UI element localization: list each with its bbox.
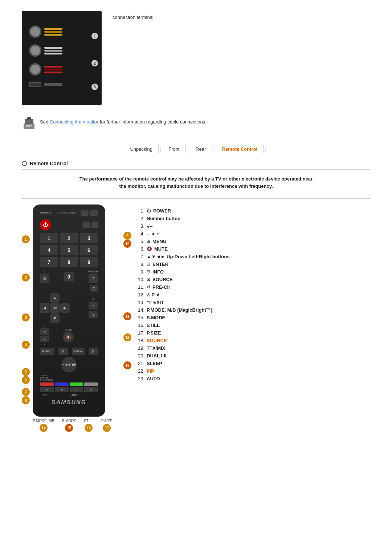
small-icon-btn[interactable]: ⊡ xyxy=(90,285,98,292)
mute-btn[interactable]: 🔇 xyxy=(63,332,74,343)
bullet-icon xyxy=(22,161,27,166)
small-sq-btn2[interactable]: ⊟ xyxy=(58,348,68,355)
list-item: 12. ∧ P ∨ xyxy=(134,292,370,297)
enter-center[interactable]: OK xyxy=(50,303,60,313)
remote-icon-a[interactable] xyxy=(83,222,90,228)
warning-box: The performance of the remote control ma… xyxy=(22,175,370,190)
divider xyxy=(22,169,370,170)
numpad: 1 2 3 4 5 6 7 8 9 xyxy=(40,233,98,267)
list-item: 17. P.SIZE xyxy=(134,330,370,336)
btn-8[interactable]: 8 xyxy=(60,257,78,267)
sleep-btn[interactable]: ⊞ xyxy=(84,387,98,392)
list-item: 19. TTX/MIX xyxy=(134,345,370,351)
label-still: STILL xyxy=(84,419,94,423)
source-sq-btn[interactable]: ⊠ xyxy=(40,387,54,392)
list-item: 8. ⊡ ENTER xyxy=(134,262,370,267)
tab-remote-control[interactable]: Remote Control xyxy=(216,145,264,153)
connecting-link[interactable]: Connecting the monitor xyxy=(50,119,98,125)
btn-9[interactable]: 9 xyxy=(80,257,98,267)
note-icon xyxy=(22,116,36,131)
label-pmode: P.MODE, MB xyxy=(33,419,54,423)
list-item: 13. ⁻□ EXIT xyxy=(134,300,370,305)
vol-minus[interactable]: - xyxy=(40,336,49,342)
btn-1[interactable]: 1 xyxy=(40,233,58,243)
btn-5[interactable]: 5 xyxy=(60,245,78,255)
list-item: 10. ⊠ SOURCE xyxy=(134,277,370,282)
note-text: See Connecting the monitor for further i… xyxy=(40,116,207,125)
arrow-left[interactable]: ◄ xyxy=(40,303,49,313)
source-btn-top[interactable] xyxy=(90,210,98,216)
exit-btn[interactable]: EXIT ↩ xyxy=(72,348,85,355)
callout-16: 16 xyxy=(85,424,93,432)
port-badge-1: 1 xyxy=(91,33,98,39)
arrow-up[interactable]: ▲ xyxy=(50,293,60,303)
tab-rear[interactable]: Rear xyxy=(190,145,212,153)
btn-0[interactable]: 0 xyxy=(64,272,74,281)
p-down-btn[interactable]: ∨ xyxy=(89,311,98,318)
port-badge-2: 2 xyxy=(91,60,98,66)
list-item: 15. S.MODE xyxy=(134,315,370,320)
label-psize: P.SIZE xyxy=(101,419,112,423)
color-btn-blue[interactable] xyxy=(55,382,69,386)
list-item: 11. ↺ PRE-CH xyxy=(134,284,370,290)
list-item: 21. SLEEP xyxy=(134,361,370,366)
nav-tabs: Unpacking | Front | Rear | Remote Contro… xyxy=(22,142,370,153)
tab-front[interactable]: Front xyxy=(163,145,185,153)
note-section: See Connecting the monitor for further i… xyxy=(22,116,370,131)
list-item: 3. -/-- xyxy=(134,223,370,229)
list-item: 6. 🔇 MUTE xyxy=(134,246,370,252)
p-up-btn[interactable]: ∧ xyxy=(89,302,98,309)
btn-4[interactable]: 4 xyxy=(40,245,58,255)
label-smode: S.MODE xyxy=(62,419,76,423)
prech-btn[interactable]: ↺ xyxy=(89,274,98,283)
btn-3[interactable]: 3 xyxy=(80,233,98,243)
arrow-right[interactable]: ► xyxy=(60,303,70,313)
callout-15: 15 xyxy=(65,424,73,432)
small-sq-btn3[interactable]: 🔊 xyxy=(89,348,98,355)
color-btn-green[interactable] xyxy=(70,382,83,386)
top-section: 1 2 3 connection terminal. xyxy=(22,11,370,105)
bottom-labels: P.MODE, MB 14 S.MODE 15 STILL 16 P.SIZE … xyxy=(22,419,123,432)
btn-2[interactable]: 2 xyxy=(60,233,78,243)
list-item: 22. PIP xyxy=(134,368,370,374)
section-title: Remote Control xyxy=(30,161,68,166)
dual-btn[interactable]: ⊡ xyxy=(70,387,83,392)
power-button[interactable]: ⏻ xyxy=(40,219,51,230)
list-item: 9. ⊟ INFO xyxy=(134,269,370,275)
list-item: 14. P.MODE, M/B (MagicBright™) xyxy=(134,307,370,313)
port-badge-3: 3 xyxy=(91,84,98,90)
btn-6[interactable]: 6 xyxy=(80,245,98,255)
info-btn[interactable] xyxy=(81,210,89,216)
btn-7[interactable]: 7 xyxy=(40,257,58,267)
list-item: 4. – ◄ + xyxy=(134,231,370,236)
remote-section: 1 2 3 4 5 6 7 8 9 10 11 xyxy=(22,204,370,432)
list-item: 20. DUAL I-II xyxy=(134,353,370,358)
menu-exit-row: ⊞ MENU ⊟ EXIT ↩ 🔊 xyxy=(40,348,98,355)
samsung-logo: SAMSUNG xyxy=(40,399,98,406)
remote-body: POWER INFO SOURCE ⏻ 1 2 xyxy=(33,204,105,417)
callout-17: 17 xyxy=(103,424,111,432)
remote-image-wrapper: 1 2 3 4 5 6 7 8 9 10 11 xyxy=(22,204,123,432)
list-item: 1. ⏻ POWER xyxy=(134,208,370,214)
section-heading: Remote Control xyxy=(22,161,370,166)
ttx-btn[interactable]: ☰ xyxy=(55,387,69,392)
dash-btn[interactable]: ⊞ xyxy=(40,274,49,283)
enter-big-btn[interactable]: ↩ ENTER xyxy=(61,357,77,372)
connector-image: 1 2 3 xyxy=(22,11,102,105)
list-item: 7. ▲▼◄► Up-Down Left-Right buttons xyxy=(134,254,370,259)
list-item: 16. STILL xyxy=(134,323,370,328)
remote-icon-b[interactable] xyxy=(91,222,98,228)
color-btn-gray[interactable] xyxy=(84,382,98,386)
connection-text: connection terminal. xyxy=(113,11,155,105)
section-divider xyxy=(22,198,370,199)
list-item: 5. ⊞ MENU xyxy=(134,239,370,244)
list-item: 2. Number button xyxy=(134,216,370,221)
tab-unpacking[interactable]: Unpacking xyxy=(124,145,158,153)
menu-btn[interactable]: ⊞ MENU xyxy=(40,348,54,355)
callout-1: 1 xyxy=(22,235,30,243)
color-btn-red[interactable] xyxy=(40,382,54,386)
arrow-down[interactable]: ▼ xyxy=(50,313,60,323)
list-item: 23. AUTO xyxy=(134,376,370,381)
remote-items-list: 1. ⏻ POWER 2. Number button 3. -/-- 4. –… xyxy=(134,204,370,384)
vol-plus[interactable]: + xyxy=(40,328,49,335)
